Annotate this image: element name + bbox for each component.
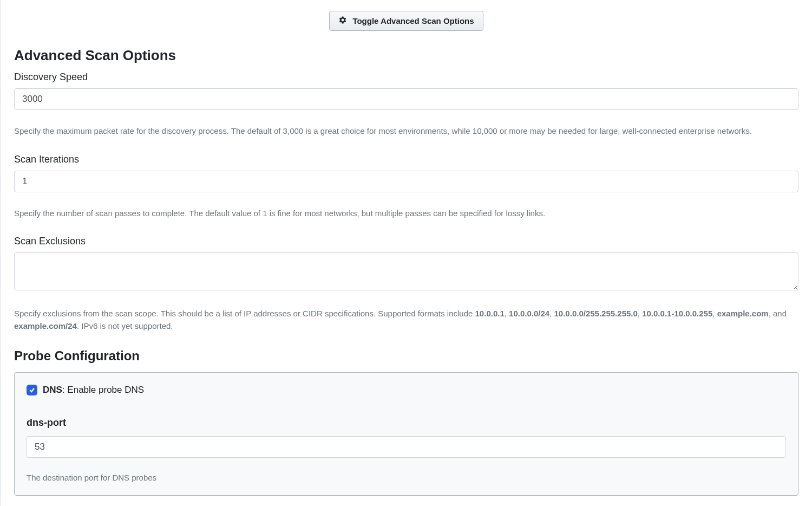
toggle-advanced-scan-options-button[interactable]: Toggle Advanced Scan Options bbox=[329, 11, 483, 31]
toggle-button-label: Toggle Advanced Scan Options bbox=[352, 16, 474, 25]
dns-probe-label: DNS: Enable probe DNS bbox=[43, 385, 144, 395]
dns-port-label: dns-port bbox=[27, 417, 786, 429]
probe-configuration-box: DNS: Enable probe DNS dns-port The desti… bbox=[14, 372, 798, 496]
check-icon bbox=[29, 387, 35, 393]
dns-probe-checkbox[interactable] bbox=[27, 385, 37, 395]
scan-iterations-label: Scan Iterations bbox=[14, 154, 798, 165]
discovery-speed-input[interactable] bbox=[14, 88, 798, 110]
scan-iterations-input[interactable] bbox=[14, 171, 798, 192]
scan-exclusions-textarea[interactable] bbox=[14, 252, 798, 290]
discovery-speed-help: Specify the maximum packet rate for the … bbox=[14, 125, 798, 138]
scan-exclusions-help: Specify exclusions from the scan scope. … bbox=[14, 308, 798, 332]
probe-configuration-heading: Probe Configuration bbox=[14, 348, 798, 364]
dns-port-input[interactable] bbox=[27, 436, 786, 458]
advanced-scan-options-heading: Advanced Scan Options bbox=[14, 47, 798, 64]
scan-iterations-help: Specify the number of scan passes to com… bbox=[14, 207, 798, 220]
scan-exclusions-label: Scan Exclusions bbox=[14, 236, 798, 247]
discovery-speed-label: Discovery Speed bbox=[14, 72, 798, 83]
cogs-icon bbox=[338, 16, 347, 26]
dns-port-help: The destination port for DNS probes bbox=[27, 473, 786, 482]
